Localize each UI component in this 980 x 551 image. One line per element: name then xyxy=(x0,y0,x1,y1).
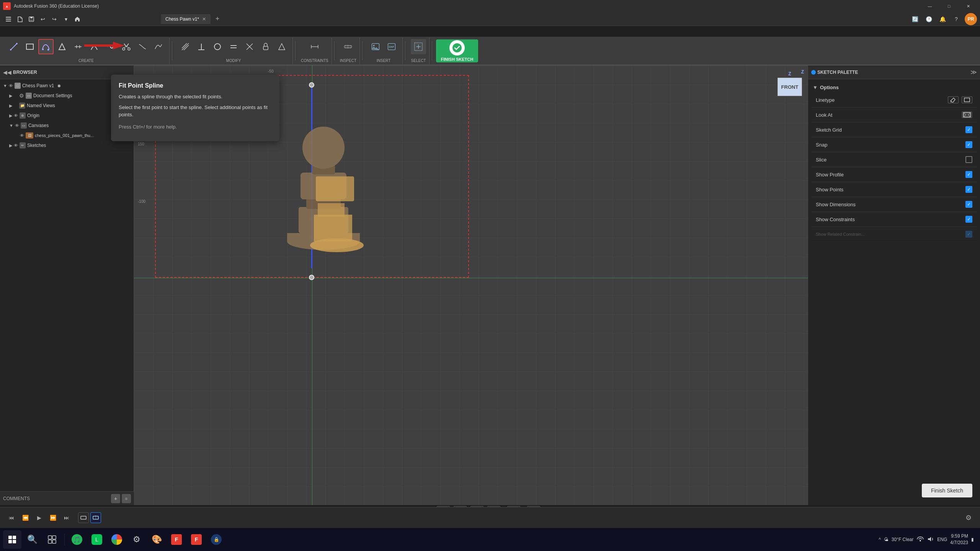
show-constraints-checkbox[interactable]: ✓ xyxy=(965,216,972,223)
hatch-tool[interactable] xyxy=(178,39,193,54)
options-section-header[interactable]: ▼ Options xyxy=(811,82,977,93)
timeline-bar: ⏮ ⏪ ▶ ⏩ ⏭ ⚙ xyxy=(0,507,980,528)
diagonal-tool[interactable] xyxy=(242,39,257,54)
maximize-button[interactable]: □ xyxy=(940,0,958,12)
extend-tool[interactable] xyxy=(135,39,150,54)
taskbar-chrome[interactable] xyxy=(108,530,126,549)
taskbar-paint[interactable]: 🎨 xyxy=(147,530,166,549)
tree-item-sketches[interactable]: ▶ 👁 ✏ Sketches xyxy=(2,140,132,150)
palette-expand-button[interactable]: ≫ xyxy=(970,68,977,76)
select-cursor-tool[interactable] xyxy=(411,39,426,54)
svg-rect-68 xyxy=(48,540,52,543)
sync-button[interactable]: 🔄 xyxy=(910,14,920,24)
circle-tool[interactable] xyxy=(210,39,225,54)
taskbar-vpn[interactable]: 🔒 xyxy=(207,530,225,549)
eye-icon-canvases[interactable]: 👁 xyxy=(15,123,19,128)
help-button[interactable]: ? xyxy=(951,14,962,24)
fit-point-spline-tool[interactable] xyxy=(38,39,54,54)
tray-expand-button[interactable]: ^ xyxy=(879,537,881,542)
timeline-start-button[interactable]: ⏮ xyxy=(6,512,17,523)
front-cube-face[interactable]: FRONT xyxy=(777,78,802,96)
folder-icon: ▭ xyxy=(26,93,32,99)
palette-indicator-icon xyxy=(811,70,816,75)
redo-dropdown[interactable]: ▾ xyxy=(60,14,71,24)
triangle-tool[interactable] xyxy=(54,39,70,54)
timeline-next-button[interactable]: ⏩ xyxy=(47,512,58,523)
tray-network[interactable] xyxy=(916,536,924,543)
timeline-prev-button[interactable]: ⏪ xyxy=(20,512,31,523)
taskbar-line[interactable]: L xyxy=(88,530,106,549)
palette-header: SKETCH PALETTE ≫ xyxy=(808,65,980,79)
ribbon-group-constraints: CONSTRAINTS xyxy=(298,37,332,64)
system-clock[interactable]: 9:59 PM 4/7/2023 xyxy=(950,533,968,546)
browser-collapse-button[interactable]: ◀◀ xyxy=(3,69,11,75)
show-dimensions-checkbox[interactable]: ✓ xyxy=(965,201,972,208)
taskbar-fusion2[interactable]: F xyxy=(187,530,206,549)
palette-row-show-constraints: Show Constraints ✓ xyxy=(811,212,977,227)
file-tab[interactable]: Chess Pawn v1* ✕ xyxy=(161,14,211,24)
finish-sketch-ribbon-button[interactable]: FINISH SKETCH xyxy=(436,39,478,62)
timeline-mode-full[interactable] xyxy=(78,512,89,523)
taskbar-settings[interactable]: ⚙ xyxy=(127,530,146,549)
show-desktop-button[interactable]: ▮ xyxy=(971,537,974,542)
app-icon: A xyxy=(3,2,11,10)
lock-tool[interactable] xyxy=(258,39,273,54)
spline-tool[interactable] xyxy=(151,39,166,54)
finish-sketch-palette-button[interactable]: Finish Sketch xyxy=(922,484,972,497)
close-button[interactable]: ✕ xyxy=(959,0,977,12)
snap-checkbox[interactable]: ✓ xyxy=(965,141,972,148)
lookat-button[interactable] xyxy=(962,111,972,118)
equal-tool[interactable] xyxy=(226,39,241,54)
palette-row-partial: Show Related Constrain... ✓ xyxy=(811,227,977,242)
new-tab-button[interactable]: + xyxy=(212,14,223,24)
insert-image-tool[interactable] xyxy=(368,39,383,54)
linetype-box-button[interactable] xyxy=(962,96,972,103)
show-points-checkbox[interactable]: ✓ xyxy=(965,186,972,193)
eye-icon[interactable]: 👁 xyxy=(9,83,13,88)
perpendicular-tool[interactable] xyxy=(194,39,209,54)
new-file-button[interactable] xyxy=(15,14,25,24)
close-tab-button[interactable]: ✕ xyxy=(202,16,206,22)
show-related-checkbox[interactable]: ✓ xyxy=(965,231,972,238)
svg-point-70 xyxy=(920,540,921,541)
timeline-mode-selected[interactable] xyxy=(90,512,101,523)
search-taskbar-button[interactable]: 🔍 xyxy=(23,530,41,549)
timeline-play-button[interactable]: ▶ xyxy=(34,512,44,523)
tray-weather[interactable]: 🌤 xyxy=(884,537,889,542)
taskbar-fusion1[interactable]: F xyxy=(167,530,186,549)
home-button[interactable] xyxy=(72,14,83,24)
expand-icon: ▶ xyxy=(9,93,12,98)
line-tool[interactable] xyxy=(6,39,21,54)
notifications-button[interactable]: 🔔 xyxy=(937,14,948,24)
user-avatar[interactable]: PR xyxy=(965,13,977,25)
task-view-button[interactable] xyxy=(43,530,61,549)
svg-line-47 xyxy=(968,112,970,115)
start-menu-button[interactable] xyxy=(3,530,21,549)
expand-icon: ▼ xyxy=(3,83,7,88)
inspect-measure-tool[interactable] xyxy=(340,39,356,54)
save-button[interactable] xyxy=(26,14,37,24)
ruler-mark-100: -100 xyxy=(138,199,145,204)
tray-volume[interactable] xyxy=(927,536,934,543)
linetype-pencil-button[interactable] xyxy=(948,96,959,103)
rectangle-tool[interactable] xyxy=(22,39,38,54)
minimize-button[interactable]: — xyxy=(921,0,939,12)
sketch-grid-checkbox[interactable]: ✓ xyxy=(965,126,972,133)
dimension-h-tool[interactable] xyxy=(307,39,322,54)
insert-dxf-tool[interactable]: DXF xyxy=(384,39,399,54)
history-button[interactable]: 🕐 xyxy=(923,14,934,24)
app-menu-button[interactable] xyxy=(3,14,14,24)
show-profile-checkbox[interactable]: ✓ xyxy=(965,171,972,178)
timeline-end-button[interactable]: ⏭ xyxy=(61,512,72,523)
slice-checkbox[interactable] xyxy=(965,156,972,163)
eye-icon-sketches[interactable]: 👁 xyxy=(14,143,18,148)
undo-button[interactable]: ↩ xyxy=(38,14,48,24)
eye-icon-chess[interactable]: 👁 xyxy=(20,133,24,138)
eye-icon-origin[interactable]: 👁 xyxy=(14,113,18,118)
angle-tool[interactable] xyxy=(274,39,289,54)
record-icon[interactable]: ⏺ xyxy=(57,83,61,88)
expand-icon: ▼ xyxy=(9,123,13,128)
redo-button[interactable]: ↪ xyxy=(49,14,60,24)
timeline-settings-button[interactable]: ⚙ xyxy=(963,512,974,523)
taskbar-spotify[interactable]: 🎵 xyxy=(68,530,86,549)
